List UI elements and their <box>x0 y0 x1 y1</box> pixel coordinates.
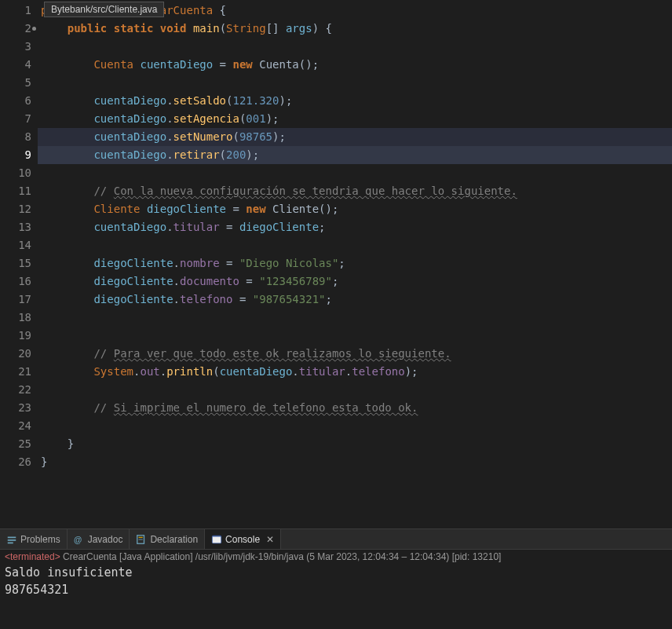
console-line: Saldo insuficiente <box>5 564 667 581</box>
line-number: 12 <box>0 200 31 218</box>
line-number: 7 <box>0 110 31 128</box>
code-line[interactable] <box>38 381 672 399</box>
javadoc-icon: @ <box>74 534 85 545</box>
svg-text:@: @ <box>74 534 82 543</box>
code-line[interactable]: diegoCliente.documento = "123456789"; <box>38 272 672 291</box>
line-number: 10 <box>0 164 31 182</box>
code-line[interactable]: System.out.println(cuentaDiego.titular.t… <box>38 363 672 381</box>
code-line[interactable] <box>38 74 672 92</box>
console-icon <box>211 534 222 545</box>
console-line: 987654321 <box>5 581 667 598</box>
line-number-current: 9 <box>0 146 31 164</box>
line-number: 24 <box>0 417 31 435</box>
console-run-info: CrearCuenta [Java Application] /usr/lib/… <box>63 551 501 562</box>
code-line[interactable]: Cuenta cuentaDiego = new Cuenta(); <box>38 56 672 74</box>
line-number: 8 <box>0 128 31 146</box>
line-number: 1 <box>0 2 31 20</box>
console-output[interactable]: Saldo insuficiente 987654321 <box>0 564 672 598</box>
code-line[interactable]: cuentaDiego.setAgencia(001); <box>38 110 672 128</box>
bottom-tabs: Problems @ Javadoc Declaration Console ✕ <box>0 529 672 550</box>
tab-declaration[interactable]: Declaration <box>130 529 205 549</box>
line-number: 26 <box>0 453 31 471</box>
line-number: 5 <box>0 74 31 92</box>
line-number: 2 <box>0 20 31 38</box>
code-editor[interactable]: 1 2 3 4 5 6 7 8 9 10 11 12 13 14 15 16 1… <box>0 0 672 528</box>
code-area[interactable]: p arCuenta { public static void main(Str… <box>38 0 672 528</box>
declaration-icon <box>136 534 147 545</box>
svg-rect-2 <box>8 542 13 543</box>
line-number: 14 <box>0 236 31 254</box>
code-line[interactable] <box>38 327 672 345</box>
line-number: 3 <box>0 38 31 56</box>
line-number: 23 <box>0 399 31 417</box>
tab-label: Javadoc <box>88 534 123 545</box>
console-status: <terminated> CrearCuenta [Java Applicati… <box>0 550 672 564</box>
line-number-gutter: 1 2 3 4 5 6 7 8 9 10 11 12 13 14 15 16 1… <box>0 0 38 528</box>
code-line[interactable]: Cliente diegoCliente = new Cliente(); <box>38 200 672 218</box>
line-number: 11 <box>0 182 31 200</box>
tab-console[interactable]: Console ✕ <box>205 529 281 549</box>
code-line[interactable] <box>38 164 672 182</box>
svg-rect-1 <box>8 539 16 541</box>
code-line[interactable]: diegoCliente.nombre = "Diego Nicolas"; <box>38 254 672 272</box>
tab-label: Console <box>225 534 260 545</box>
tab-label: Declaration <box>150 534 198 545</box>
file-path-tooltip: Bytebank/src/Cliente.java <box>44 2 164 17</box>
line-number: 15 <box>0 254 31 272</box>
code-line-current[interactable]: cuentaDiego.retirar(200); <box>38 146 672 164</box>
tab-label: Problems <box>20 534 60 545</box>
svg-rect-8 <box>213 536 221 543</box>
code-line[interactable] <box>38 236 672 254</box>
line-number: 19 <box>0 327 31 345</box>
line-number: 20 <box>0 345 31 363</box>
code-line[interactable]: cuentaDiego.setNumero(98765); <box>38 128 672 146</box>
code-line[interactable]: cuentaDiego.setSaldo(121.320); <box>38 92 672 110</box>
line-number: 18 <box>0 309 31 327</box>
svg-rect-0 <box>8 536 16 538</box>
close-icon[interactable]: ✕ <box>266 534 274 545</box>
tab-javadoc[interactable]: @ Javadoc <box>68 529 130 549</box>
tab-problems[interactable]: Problems <box>0 529 68 549</box>
code-line[interactable]: diegoCliente.telefono = "987654321"; <box>38 291 672 309</box>
code-line[interactable] <box>38 309 672 327</box>
code-line[interactable]: // Con la nueva configuración se tendria… <box>38 182 672 200</box>
code-line[interactable]: public static void main(String[] args) { <box>38 20 672 38</box>
code-line[interactable]: } <box>38 453 672 471</box>
line-number: 16 <box>0 272 31 291</box>
code-line[interactable]: // Si imprime el numero de telefono esta… <box>38 399 672 417</box>
line-number: 22 <box>0 381 31 399</box>
code-line[interactable] <box>38 38 672 56</box>
line-number: 6 <box>0 92 31 110</box>
terminated-label: <terminated> <box>5 551 60 562</box>
code-line[interactable] <box>38 417 672 435</box>
bottom-panel: Problems @ Javadoc Declaration Console ✕… <box>0 528 672 629</box>
line-number: 17 <box>0 291 31 309</box>
line-number: 25 <box>0 435 31 453</box>
line-number: 4 <box>0 56 31 74</box>
problems-icon <box>6 534 17 545</box>
code-line[interactable]: // Para ver que todo este ok realizamos … <box>38 345 672 363</box>
line-number: 21 <box>0 363 31 381</box>
line-number: 13 <box>0 218 31 236</box>
code-line[interactable]: cuentaDiego.titular = diegoCliente; <box>38 218 672 236</box>
code-line[interactable]: } <box>38 435 672 453</box>
